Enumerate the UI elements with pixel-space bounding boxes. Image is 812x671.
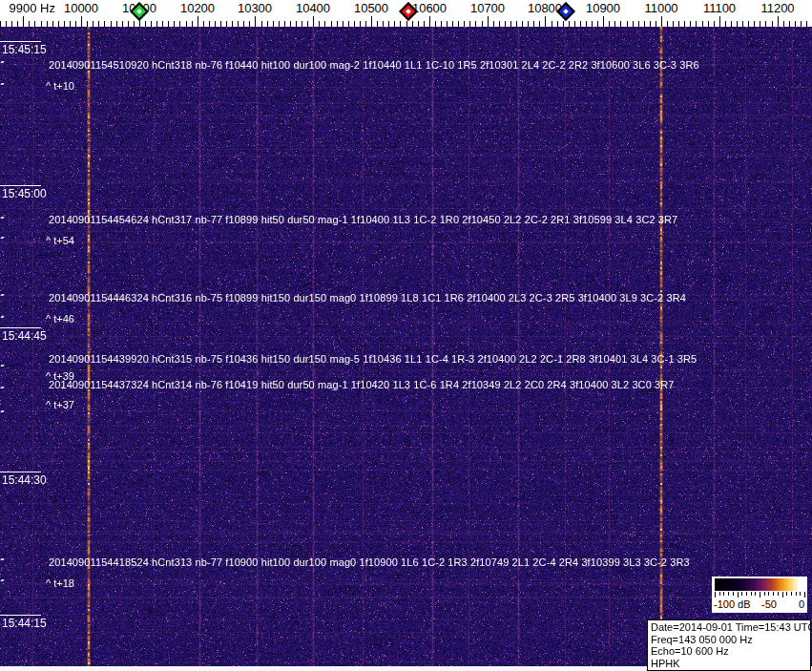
minor-tick: [192, 21, 193, 27]
freq-label: 9900 Hz: [9, 1, 54, 15]
minor-tick: [748, 21, 749, 27]
minor-tick: [563, 21, 564, 27]
minor-tick: [650, 21, 651, 27]
minor-tick: [673, 21, 674, 27]
minor-tick: [441, 21, 442, 27]
event-time-marker: ^ t+10: [46, 80, 74, 92]
frequency-ruler[interactable]: 9900 Hz100001010010200103001040010500106…: [0, 0, 812, 27]
major-tick: [488, 16, 489, 27]
minor-tick: [324, 21, 325, 27]
minor-tick: [516, 21, 517, 27]
minor-tick: [696, 21, 697, 27]
freq-label: 10400: [296, 1, 330, 15]
minor-tick: [377, 21, 378, 27]
major-tick: [23, 16, 24, 27]
time-tick-line: [0, 615, 41, 616]
minor-tick: [789, 21, 790, 27]
minor-tick: [714, 21, 715, 27]
minor-tick: [586, 21, 587, 27]
freq-label: 10300: [238, 1, 272, 15]
major-tick: [371, 16, 372, 27]
minor-tick: [806, 21, 807, 27]
minor-tick: [47, 21, 48, 27]
major-tick: [429, 16, 430, 27]
freq-label: 11100: [703, 1, 736, 15]
minor-tick: [464, 21, 465, 27]
minor-tick: [772, 21, 773, 27]
event-time-marker: ^ t+37: [46, 399, 74, 410]
marker-center-dot: [136, 9, 142, 14]
major-tick: [778, 16, 779, 27]
minor-tick: [365, 21, 366, 27]
minor-tick: [203, 21, 204, 27]
minor-tick: [11, 21, 12, 27]
minor-tick: [475, 21, 476, 27]
minor-tick: [644, 21, 645, 27]
minor-tick: [93, 21, 94, 27]
minor-tick: [6, 21, 7, 27]
event-detection-text: 20140901154454624 hCnt317 nb-77 f10899 h…: [49, 214, 677, 225]
minor-tick: [394, 21, 395, 27]
major-tick: [603, 16, 604, 27]
minor-tick: [87, 21, 88, 27]
minor-tick: [783, 21, 784, 27]
minor-tick: [267, 21, 268, 27]
minor-tick: [609, 21, 610, 27]
time-label: 15:44:45: [2, 329, 47, 343]
event-time-marker: ^ t+18: [46, 577, 74, 589]
db-label-mid: -50: [761, 598, 777, 610]
event-detection-text: 20140901154510920 hCnt318 nb-76 f10440 h…: [49, 59, 699, 71]
minor-tick: [458, 21, 459, 27]
minor-tick: [552, 21, 552, 27]
minor-tick: [331, 21, 332, 27]
minor-tick: [690, 21, 691, 27]
minor-tick: [145, 21, 146, 27]
minor-tick: [447, 21, 448, 27]
minor-tick: [725, 21, 726, 27]
event-detection-text: 20140901154418524 hCnt313 nb-77 f10900 h…: [49, 556, 690, 568]
db-scale-ticks: [715, 592, 804, 598]
minor-tick: [226, 21, 227, 27]
minor-tick: [614, 21, 615, 27]
freq-label: 10700: [470, 1, 505, 15]
minor-tick: [249, 21, 250, 27]
minor-tick: [505, 21, 506, 27]
minor-tick: [98, 21, 99, 27]
minor-tick: [597, 21, 598, 27]
time-label: 15:44:30: [2, 473, 47, 487]
info-date-time: Date=2014-09-01 Time=15:43 UTC: [651, 621, 807, 634]
minor-tick: [580, 21, 581, 27]
major-tick: [313, 16, 314, 27]
minor-tick: [452, 21, 453, 27]
spectrogram-waterfall-display[interactable]: [0, 27, 812, 671]
event-time-marker: ^ t+46: [46, 313, 74, 325]
minor-tick: [34, 21, 35, 27]
minor-tick: [58, 21, 59, 27]
info-station: HPHK: [651, 658, 807, 670]
minor-tick: [354, 21, 355, 27]
status-info-box: Date=2014-09-01 Time=15:43 UTC Freq=143 …: [647, 619, 811, 671]
minor-tick: [667, 21, 668, 27]
minor-tick: [111, 21, 112, 27]
db-label-max: 0: [799, 598, 804, 610]
minor-tick: [75, 21, 76, 27]
minor-tick: [128, 21, 129, 27]
minor-tick: [52, 21, 53, 27]
minor-tick: [0, 21, 1, 27]
minor-tick: [522, 21, 523, 27]
minor-tick: [156, 21, 157, 27]
major-tick: [545, 16, 546, 27]
freq-label: 10200: [180, 1, 215, 15]
minor-tick: [592, 21, 593, 27]
minor-tick: [656, 21, 656, 27]
minor-tick: [383, 21, 384, 27]
minor-tick: [174, 21, 175, 27]
minor-tick: [232, 21, 233, 27]
minor-tick: [742, 21, 743, 27]
minor-tick: [243, 21, 244, 27]
minor-tick: [41, 21, 42, 27]
minor-tick: [737, 21, 738, 27]
minor-tick: [510, 21, 511, 27]
minor-tick: [238, 21, 239, 27]
event-detection-text: 20140901154437324 hCnt314 nb-76 f10419 h…: [49, 379, 675, 390]
